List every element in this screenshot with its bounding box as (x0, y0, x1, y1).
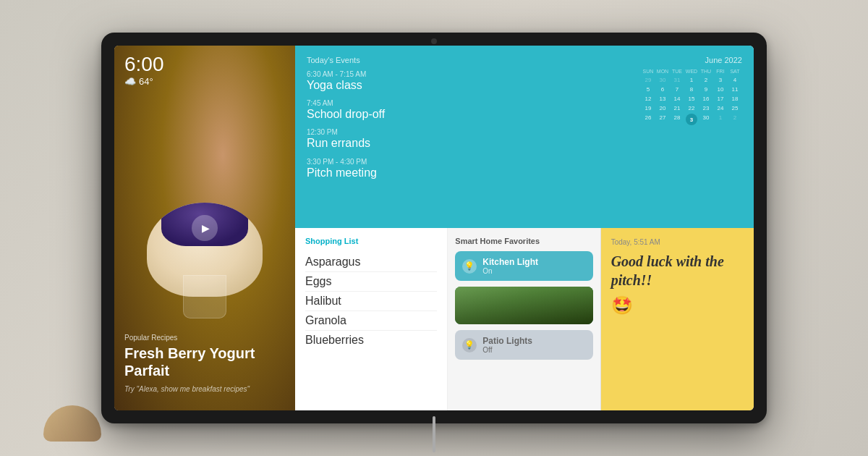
shopping-item-4[interactable]: Granola (305, 311, 437, 331)
cal-week-5: 26 27 28 3 30 1 2 (641, 114, 742, 125)
weather-display: ☁️ 64° (124, 76, 164, 87)
day-wed: WED (684, 69, 699, 74)
shopping-panel: Shopping List Asparagus Eggs Halibut Gra… (295, 228, 448, 410)
cal-week-1: 29 30 31 1 2 3 4 (641, 76, 742, 84)
cal-week-2: 5 6 7 8 9 10 11 (641, 85, 742, 93)
events-list: Today's Events 6:30 AM - 7:15 AM Yoga cl… (307, 56, 629, 218)
shopping-item-5[interactable]: Blueberries (305, 331, 437, 350)
recipe-hint: Try "Alexa, show me breakfast recipes" (124, 385, 285, 393)
event-name-4: Pitch meeting (307, 166, 629, 180)
calendar-grid: SUN MON TUE WED THU FRI SAT 29 30 31 1 2 (641, 69, 742, 125)
recipe-title: Fresh Berry Yogurt Parfait (124, 345, 285, 379)
shopping-item-3[interactable]: Halibut (305, 292, 437, 311)
day-thu: THU (699, 69, 713, 74)
recipe-category: Popular Recipes (124, 334, 285, 342)
shopping-title: Shopping List (305, 237, 437, 245)
calendar-title: June 2022 (641, 56, 742, 64)
camera-dot (431, 38, 437, 44)
event-time-4: 3:30 PM - 4:30 PM (307, 158, 629, 166)
time-weather: 6:00 ☁️ 64° (124, 54, 164, 87)
light-off-icon: 💡 (462, 338, 477, 352)
note-emoji: 🤩 (611, 295, 744, 316)
recipe-panel: 6:00 ☁️ 64° ▶ Popular Recipes Fresh Berr… (114, 46, 295, 410)
device-patio-info: Patio Lights Off (482, 336, 585, 354)
screen: 6:00 ☁️ 64° ▶ Popular Recipes Fresh Berr… (114, 46, 754, 410)
camera-preview: 📷 Backyard (455, 287, 592, 324)
device-backyard[interactable]: 📷 Backyard (455, 287, 592, 324)
recipe-info: Popular Recipes Fresh Berry Yogurt Parfa… (124, 334, 285, 393)
shopping-item-1[interactable]: Asparagus (305, 253, 437, 272)
device-patio-lights[interactable]: 💡 Patio Lights Off (455, 330, 592, 360)
device-patio-status: Off (482, 346, 585, 354)
cal-week-3: 12 13 14 15 16 17 18 (641, 95, 742, 103)
echo-show-device: 6:00 ☁️ 64° ▶ Popular Recipes Fresh Berr… (101, 33, 767, 423)
day-mon: MON (655, 69, 670, 74)
event-name-1: Yoga class (307, 78, 629, 92)
day-sun: SUN (641, 69, 655, 74)
clock-display: 6:00 (124, 54, 164, 75)
day-tue: TUE (670, 69, 684, 74)
light-on-icon: 💡 (462, 259, 477, 274)
note-timestamp: Today, 5:51 AM (611, 238, 744, 246)
device-kitchen-info: Kitchen Light On (482, 257, 585, 275)
smarthome-panel: Smart Home Favorites 💡 Kitchen Light On … (448, 228, 600, 410)
event-item-3[interactable]: 12:30 PM Run errands (307, 128, 629, 150)
shopping-item-2[interactable]: Eggs (305, 272, 437, 292)
event-item-2[interactable]: 7:45 AM School drop-off (307, 99, 629, 121)
event-item-4[interactable]: 3:30 PM - 4:30 PM Pitch meeting (307, 158, 629, 180)
event-item-1[interactable]: 6:30 AM - 7:15 AM Yoga class (307, 70, 629, 92)
note-content: Good luck with the pitch!! (611, 252, 744, 290)
device-kitchen-light[interactable]: 💡 Kitchen Light On (455, 251, 592, 281)
event-time-3: 12:30 PM (307, 128, 629, 136)
events-title: Today's Events (307, 56, 629, 64)
calendar-day-names: SUN MON TUE WED THU FRI SAT (641, 69, 742, 74)
power-cord (433, 416, 435, 452)
day-sat: SAT (728, 69, 742, 74)
play-icon: ▶ (202, 222, 210, 234)
event-name-3: Run errands (307, 136, 629, 150)
calendar: June 2022 SUN MON TUE WED THU FRI SAT 29… (641, 56, 742, 218)
note-panel: Today, 5:51 AM Good luck with the pitch!… (601, 228, 754, 410)
smarthome-title: Smart Home Favorites (455, 237, 592, 245)
play-button[interactable]: ▶ (192, 215, 218, 241)
device-patio-name: Patio Lights (482, 336, 585, 346)
weather-icon: ☁️ (124, 76, 136, 87)
device-kitchen-status: On (482, 267, 585, 275)
cal-week-4: 19 20 21 22 23 24 25 (641, 104, 742, 112)
device-kitchen-name: Kitchen Light (482, 257, 585, 267)
temperature: 64° (139, 76, 153, 87)
event-time-1: 6:30 AM - 7:15 AM (307, 70, 629, 78)
day-fri: FRI (713, 69, 728, 74)
event-time-2: 7:45 AM (307, 99, 629, 107)
events-panel: Today's Events 6:30 AM - 7:15 AM Yoga cl… (295, 46, 754, 228)
event-name-2: School drop-off (307, 107, 629, 121)
